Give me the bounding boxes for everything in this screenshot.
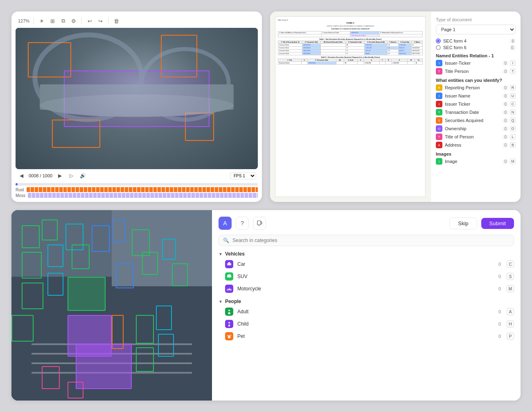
child-category-icon <box>225 320 233 328</box>
svg-marker-14 <box>228 262 230 263</box>
entity-icon-issuer-name: I <box>436 93 442 99</box>
det-box-green-suv[interactable] <box>68 277 106 311</box>
det-box-purple-car-2[interactable] <box>76 344 132 389</box>
det-box-blue-3[interactable] <box>116 263 134 288</box>
child-count: 0 <box>497 321 503 326</box>
copy-icon[interactable]: ⧉ <box>59 17 67 25</box>
adult-count: 0 <box>497 309 503 314</box>
redo-icon[interactable]: ↪ <box>97 17 104 25</box>
fps-select[interactable]: FPS 1 FPS 5 FPS 10 <box>230 172 256 179</box>
motorcycle-count: 0 <box>497 286 503 291</box>
timeline-bar[interactable] <box>16 183 258 186</box>
tool-btn-A[interactable]: A <box>219 217 232 230</box>
entity-controls-issuer-ticker: 0 I <box>503 60 516 66</box>
det-box-green-7[interactable] <box>11 315 34 342</box>
video-image-container <box>16 28 258 169</box>
track-moss-bar <box>28 193 258 198</box>
det-box-cyan-5[interactable] <box>156 306 172 330</box>
entity-label-issuer-ticker2: Issuer Ticker <box>445 102 500 106</box>
det-box-green-3[interactable] <box>22 252 42 278</box>
submit-button[interactable]: Submit <box>481 218 514 229</box>
det-box-green-1[interactable] <box>22 225 40 248</box>
svg-point-26 <box>228 322 230 324</box>
timeline-label-row: Rust Moss <box>16 187 258 198</box>
search-input[interactable] <box>232 238 509 243</box>
det-box-green-2[interactable] <box>42 220 58 240</box>
det-box-cyan-4[interactable] <box>162 239 176 260</box>
sec-table-1: 1. Title of Security (Instr. 3) 2. Trans… <box>278 41 423 55</box>
pet-icon <box>227 334 232 339</box>
search-box[interactable]: 🔍 <box>219 235 514 246</box>
det-box-green-9[interactable] <box>172 263 188 286</box>
car-count: 0 <box>497 262 503 267</box>
det-box-traffic-light[interactable] <box>112 315 124 349</box>
det-box-blue-2[interactable] <box>112 220 126 242</box>
volume-icon[interactable]: 🔊 <box>79 172 87 180</box>
car-icon <box>227 262 232 266</box>
detection-image-area <box>11 210 212 401</box>
entity-icon-transaction-date: T <box>436 109 442 115</box>
radio-sec-form-4[interactable]: SEC form 4 8 <box>436 38 516 43</box>
suv-category-icon <box>225 272 233 281</box>
sec-table-2: 1. Title 2. 3. Transaction Date 3A. 4. C… <box>278 59 423 65</box>
car-label: Car <box>237 261 493 267</box>
prev-frame-button[interactable]: ◀ <box>17 172 25 180</box>
child-icon <box>227 321 232 326</box>
entity-label-transaction-date: Transaction Date <box>445 110 500 115</box>
vehicles-chevron-icon: ▼ <box>219 252 223 256</box>
radio-label-sec4: SEC form 4 <box>443 38 467 43</box>
doc-image-area: SEC Form 4 FORM 4 UNITED STATES SECURITI… <box>270 11 431 202</box>
next-frame-button[interactable]: ▶ <box>56 172 64 180</box>
motorcycle-label: Motorcycle <box>237 286 493 292</box>
sun-icon[interactable]: ☀ <box>38 17 45 25</box>
det-box-cyan-6[interactable] <box>158 334 174 357</box>
video-toolbar: 127% ☀ ⊞ ⧉ ⚙ ↩ ↪ 🗑 <box>16 16 258 28</box>
entity-issuer-name: I Issuer Name 0 U <box>436 93 516 99</box>
det-box-green-8[interactable] <box>142 252 158 275</box>
svg-point-27 <box>228 336 231 338</box>
det-box-blue-1[interactable] <box>92 225 110 252</box>
entity-label-image: Image <box>445 159 500 164</box>
det-box-green-10[interactable] <box>136 315 154 344</box>
suv-key: S <box>507 273 514 280</box>
vehicles-header[interactable]: ▼ Vehicles <box>219 251 514 257</box>
det-box-green-11[interactable] <box>136 347 154 372</box>
layers-icon[interactable]: ⊞ <box>49 17 56 25</box>
radio-sec-form-6[interactable]: SEC form 6 E <box>436 45 516 50</box>
entity-label-securities: Securities Acquired <box>445 118 500 123</box>
radio-count-sec6: E <box>509 45 516 50</box>
svg-point-28 <box>227 335 228 336</box>
settings-icon[interactable]: ⚙ <box>70 17 77 25</box>
det-box-cyan-3[interactable] <box>47 273 63 296</box>
entity-securities: S Securities Acquired 0 Q <box>436 117 516 124</box>
entity-title-person: T Title Person 0 T <box>436 68 516 75</box>
frame-counter: 0008 / 1000 <box>29 173 52 178</box>
det-box-green-6[interactable] <box>22 283 44 309</box>
undo-icon[interactable]: ↩ <box>86 17 93 25</box>
det-box-pink-1[interactable] <box>42 366 60 389</box>
object-detection-panel: A ? Skip Submit 🔍 <box>11 210 521 401</box>
adult-key: A <box>507 308 514 315</box>
det-box-cyan-2[interactable] <box>47 244 63 267</box>
pet-category-icon <box>225 332 233 340</box>
tool-btn-cup[interactable] <box>253 217 266 230</box>
entity-reporting-person: R Reporting Person 0 R <box>436 84 516 91</box>
trash-icon[interactable]: 🗑 <box>113 17 120 25</box>
track-rust: Rust <box>16 187 258 192</box>
det-box-green-4[interactable] <box>72 244 90 269</box>
page-select[interactable]: Page 1 Page 2 <box>436 25 516 34</box>
entity-ownership: O Ownership 0 O <box>436 125 516 132</box>
entity-title-of-person: T Title of Person 0 L <box>436 134 516 140</box>
play-button[interactable]: ▷ <box>67 172 75 180</box>
pet-key: P <box>507 333 514 340</box>
doc-sidebar: Type of document Page 1 Page 2 SEC form … <box>431 11 521 202</box>
motorcycle-category-icon <box>225 285 233 293</box>
skip-button[interactable]: Skip <box>449 217 477 229</box>
det-box-pink-2[interactable] <box>68 382 83 399</box>
street-image <box>11 210 212 401</box>
tool-btn-question[interactable]: ? <box>236 217 249 230</box>
document-annotation-panel: SEC Form 4 FORM 4 UNITED STATES SECURITI… <box>270 11 521 202</box>
toolbar-divider-2 <box>81 18 82 24</box>
category-item-adult: Adult 0 A <box>219 307 514 317</box>
people-header[interactable]: ▼ People <box>219 299 514 304</box>
